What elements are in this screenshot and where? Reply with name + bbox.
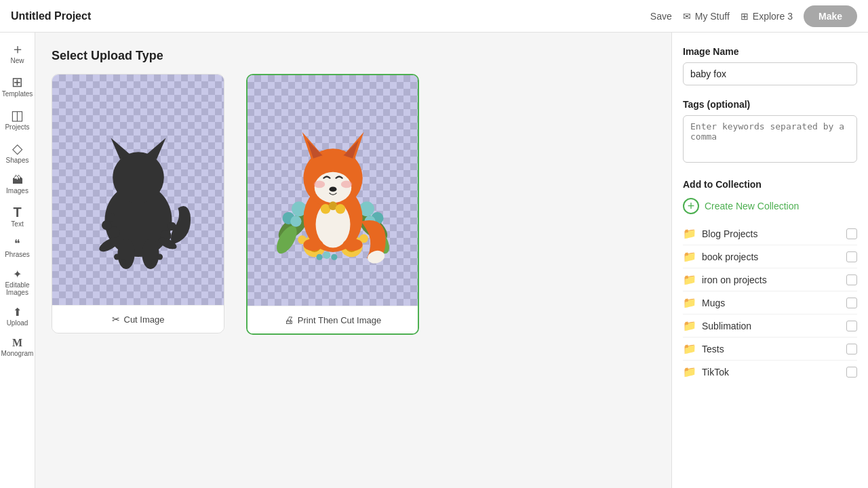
envelope-icon: ✉ [683, 11, 691, 22]
svg-point-23 [290, 216, 301, 226]
collection-item-label: Tests [702, 344, 841, 354]
svg-point-46 [340, 180, 351, 188]
project-title: Untitled Project [11, 10, 650, 22]
sidebar-item-label: Images [6, 187, 28, 195]
sidebar-item-shapes[interactable]: ◇ Shapes [1, 138, 34, 168]
sidebar-item-templates[interactable]: ⊞ Templates [1, 71, 34, 102]
create-collection-button[interactable]: + Create New Collection [683, 198, 857, 214]
svg-point-13 [114, 254, 120, 260]
checkerboard-bg [52, 75, 224, 305]
folder-icon: 📁 [683, 296, 696, 309]
sidebar-item-label: Templates [2, 90, 33, 98]
sidebar-item-label: Projects [5, 123, 29, 131]
collection-checkbox[interactable] [846, 298, 857, 308]
svg-point-33 [323, 251, 330, 259]
folder-icon: 📁 [683, 273, 696, 286]
create-collection-label: Create New Collection [705, 201, 799, 211]
text-icon: T [13, 205, 21, 219]
collection-item-tests[interactable]: 📁 Tests [683, 338, 857, 361]
collection-item-iron[interactable]: 📁 iron on projects [683, 268, 857, 291]
explore-button[interactable]: ⊞ Explore 3 [741, 11, 793, 22]
collection-item-label: Mugs [702, 298, 841, 308]
collection-item-label: Blog Projects [702, 228, 841, 239]
sidebar-item-new[interactable]: ＋ New [1, 38, 34, 68]
tags-input[interactable] [683, 115, 857, 163]
svg-point-34 [331, 254, 337, 260]
tags-label: Tags (optional) [683, 99, 857, 110]
fox-illustration-image [265, 96, 401, 285]
cut-image-card[interactable]: ✂ Cut Image [52, 74, 224, 333]
tags-section: Tags (optional) [683, 99, 857, 165]
sidebar-item-label: Phrases [5, 251, 30, 258]
topbar: Untitled Project Save ✉ My Stuff ⊞ Explo… [0, 0, 868, 33]
folder-icon: 📁 [683, 319, 696, 332]
collection-item-sublimation[interactable]: 📁 Sublimation [683, 314, 857, 338]
print-cut-card[interactable]: 🖨 Print Then Cut Image [246, 74, 419, 335]
images-icon: 🏔 [12, 175, 23, 186]
sidebar-item-label: New [10, 57, 24, 64]
sidebar-item-label: Upload [7, 319, 28, 327]
my-stuff-button[interactable]: ✉ My Stuff [683, 11, 730, 22]
svg-point-14 [120, 260, 125, 264]
scissors-icon: ✂ [112, 314, 120, 325]
cat-silhouette-image [77, 102, 199, 278]
svg-marker-3 [144, 138, 166, 160]
sidebar-item-editable[interactable]: ✦ Editable Images [1, 265, 34, 300]
collection-checkbox[interactable] [846, 344, 857, 354]
page-title: Select Upload Type [52, 49, 655, 63]
grid-icon: ⊞ [741, 11, 749, 22]
sidebar-item-projects[interactable]: ◫ Projects [1, 104, 34, 135]
plus-circle-icon: + [683, 198, 699, 214]
collection-item-label: book projects [702, 251, 841, 262]
cut-image-label: Cut Image [124, 314, 165, 325]
topbar-actions: Save ✉ My Stuff ⊞ Explore 3 Make [650, 5, 857, 27]
phrases-icon: ❝ [14, 239, 20, 249]
sidebar-item-phrases[interactable]: ❝ Phrases [1, 235, 34, 262]
collection-label: Add to Collection [683, 179, 857, 190]
collection-checkbox[interactable] [846, 251, 857, 262]
projects-icon: ◫ [11, 108, 24, 122]
collection-checkbox[interactable] [846, 321, 857, 331]
sidebar-item-label: Editable Images [4, 281, 31, 296]
sidebar-item-label: Shapes [6, 157, 29, 164]
save-button[interactable]: Save [650, 11, 672, 22]
cards-container: ✂ Cut Image [52, 74, 655, 335]
templates-icon: ⊞ [12, 75, 23, 89]
sidebar: ＋ New ⊞ Templates ◫ Projects ◇ Shapes 🏔 … [0, 33, 35, 488]
sidebar-item-monogram[interactable]: M Monogram [1, 333, 34, 361]
image-name-label: Image Name [683, 46, 857, 57]
make-button[interactable]: Make [804, 5, 857, 27]
checkerboard-bg-2 [248, 75, 418, 306]
svg-point-49 [342, 239, 362, 251]
svg-point-15 [151, 260, 155, 264]
sidebar-item-images[interactable]: 🏔 Images [1, 171, 34, 199]
printer-icon: 🖨 [284, 314, 294, 325]
folder-icon: 📁 [683, 227, 696, 240]
sidebar-item-upload[interactable]: ⬆ Upload [1, 303, 34, 331]
sidebar-item-label: Monogram [1, 350, 34, 357]
upload-icon: ⬆ [13, 307, 22, 318]
collection-item-label: iron on projects [702, 274, 841, 285]
folder-icon: 📁 [683, 342, 696, 355]
collection-checkbox[interactable] [846, 274, 857, 285]
folder-icon: 📁 [683, 365, 696, 378]
svg-point-35 [316, 254, 322, 260]
collection-checkbox[interactable] [846, 228, 857, 239]
right-panel: Image Name Tags (optional) Add to Collec… [671, 33, 868, 488]
collection-item-book[interactable]: 📁 book projects [683, 245, 857, 268]
collection-checkbox[interactable] [846, 367, 857, 378]
print-cut-footer: 🖨 Print Then Cut Image [248, 306, 418, 333]
collection-item-tiktok[interactable]: 📁 TikTok [683, 361, 857, 383]
svg-point-48 [303, 239, 323, 251]
image-name-input[interactable] [683, 62, 857, 85]
svg-point-8 [106, 213, 115, 222]
svg-marker-2 [111, 138, 132, 160]
shapes-icon: ◇ [12, 142, 22, 155]
collection-item-label: Sublimation [702, 321, 841, 331]
svg-point-10 [167, 222, 176, 231]
image-name-section: Image Name [683, 46, 857, 85]
sidebar-item-text[interactable]: T Text [1, 201, 34, 232]
collection-item-mugs[interactable]: 📁 Mugs [683, 291, 857, 314]
print-cut-image-area [248, 75, 418, 306]
collection-item-blog[interactable]: 📁 Blog Projects [683, 222, 857, 245]
